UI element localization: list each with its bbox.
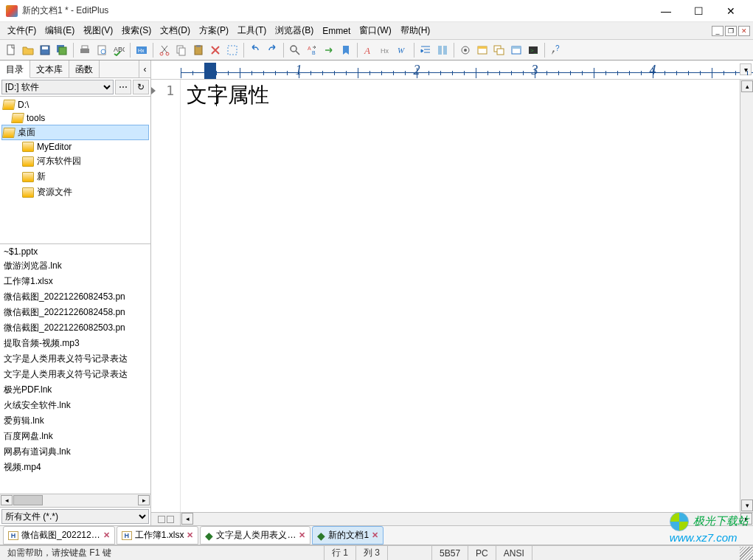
replace-button[interactable]: AB <box>304 42 320 58</box>
file-list[interactable]: ~$1.pptx傲游浏览器.lnk工作簿1.xlsx微信截图_202212260… <box>0 244 150 494</box>
file-item-14[interactable]: 视频.mp4 <box>1 460 150 475</box>
menu-project[interactable]: 方案(P) <box>195 23 233 38</box>
doctab-close-icon[interactable]: ✕ <box>103 530 110 540</box>
tree-item-1[interactable]: tools <box>1 111 149 125</box>
file-item-8[interactable]: 文字是人类用表义符号记录表达 <box>1 367 150 382</box>
drive-select[interactable]: [D:] 软件 <box>1 80 114 94</box>
resize-grip-icon[interactable] <box>740 547 753 560</box>
menu-search[interactable]: 搜索(S) <box>117 23 156 38</box>
scroll-up-icon[interactable]: ▴ <box>741 80 753 92</box>
sidebar-tab-textlib[interactable]: 文本库 <box>30 61 69 77</box>
window2-button[interactable] <box>491 42 507 58</box>
menu-window[interactable]: 窗口(W) <box>355 23 395 38</box>
redo-button[interactable] <box>264 42 280 58</box>
doctab-0[interactable]: 微信截图_202212…✕ <box>3 526 115 545</box>
minimize-button[interactable]: — <box>650 0 682 22</box>
print-preview-button[interactable] <box>94 42 110 58</box>
menu-document[interactable]: 文档(D) <box>156 23 195 38</box>
split-h-icon[interactable] <box>158 516 165 523</box>
paste-button[interactable] <box>190 42 207 58</box>
tree-item-4[interactable]: 河东软件园 <box>1 153 149 169</box>
scroll-down-icon[interactable]: ▾ <box>741 499 753 511</box>
menu-help[interactable]: 帮助(H) <box>396 23 435 38</box>
scroll-right-icon[interactable]: ▸ <box>138 495 150 505</box>
file-item-6[interactable]: 提取音频-视频.mp3 <box>1 336 150 351</box>
mdi-minimize-button[interactable]: _ <box>712 26 723 36</box>
mdi-close-button[interactable]: ✕ <box>738 26 750 36</box>
maximize-button[interactable]: ☐ <box>682 0 715 22</box>
editor-vscroll[interactable]: ▴ ▾ <box>740 80 753 512</box>
font-button[interactable]: A <box>361 42 377 58</box>
menu-file[interactable]: 文件(F) <box>3 23 41 38</box>
menu-edit[interactable]: 编辑(E) <box>41 23 79 38</box>
find-button[interactable] <box>287 42 303 58</box>
file-filter-select[interactable]: 所有文件 (*.*) <box>1 509 149 524</box>
file-item-3[interactable]: 微信截图_20221226082453.pn <box>1 289 150 305</box>
menu-tools[interactable]: 工具(T) <box>233 23 271 38</box>
sidebar-collapse-button[interactable]: ‹ <box>139 61 150 77</box>
doctab-close-icon[interactable]: ✕ <box>299 530 305 540</box>
scroll-thumb[interactable] <box>13 495 43 505</box>
doctab-close-icon[interactable]: ✕ <box>187 530 193 540</box>
menu-emmet[interactable]: Emmet <box>318 24 355 38</box>
menu-browser[interactable]: 浏览器(B) <box>271 23 318 38</box>
menu-view[interactable]: 视图(V) <box>79 23 117 38</box>
file-item-7[interactable]: 文字是人类用表义符号记录表达 <box>1 351 150 367</box>
sidebar-tab-functions[interactable]: 函数 <box>69 61 100 77</box>
file-item-4[interactable]: 微信截图_20221226082458.pn <box>1 305 150 320</box>
file-item-10[interactable]: 火绒安全软件.lnk <box>1 398 150 413</box>
file-item-5[interactable]: 微信截图_20221226082503.pn <box>1 320 150 336</box>
doctab-1[interactable]: 工作簿1.xlsx✕ <box>117 526 199 545</box>
cut-button[interactable] <box>156 42 173 58</box>
file-item-11[interactable]: 爱剪辑.lnk <box>1 413 150 429</box>
file-item-13[interactable]: 网易有道词典.lnk <box>1 444 150 460</box>
ruler-scroll-button[interactable]: ▾ <box>740 63 752 75</box>
delete-button[interactable] <box>207 42 223 58</box>
tree-item-6[interactable]: 资源文件 <box>1 184 149 200</box>
print-button[interactable] <box>77 42 93 58</box>
select-all-button[interactable] <box>224 42 240 58</box>
tree-item-2[interactable]: 桌面 <box>1 125 149 140</box>
new-file-button[interactable] <box>3 42 19 58</box>
doctab-3[interactable]: ◆新的文档1✕ <box>312 526 384 545</box>
window1-button[interactable] <box>474 42 490 58</box>
file-item-9[interactable]: 极光PDF.lnk <box>1 382 150 398</box>
save-all-button[interactable] <box>54 42 70 58</box>
scroll-left-icon[interactable]: ◂ <box>1 495 13 505</box>
goto-button[interactable] <box>321 42 337 58</box>
filelist-hscroll[interactable]: ◂ ▸ <box>0 494 150 507</box>
bookmark-button[interactable] <box>338 42 354 58</box>
file-item-12[interactable]: 百度网盘.lnk <box>1 429 150 444</box>
undo-button[interactable] <box>247 42 263 58</box>
close-button[interactable]: ✕ <box>715 0 747 22</box>
folder-tree[interactable]: D:\tools桌面MyEditor河东软件园新资源文件 <box>0 97 150 244</box>
split-v-icon[interactable] <box>167 516 174 523</box>
copy-button[interactable] <box>173 42 190 58</box>
mdi-restore-button[interactable]: ❐ <box>725 26 737 36</box>
hex-view-button[interactable]: Hx <box>378 42 394 58</box>
hex-button[interactable]: Hx <box>133 42 150 58</box>
wordwrap-button[interactable]: W <box>395 42 411 58</box>
tree-item-3[interactable]: MyEditor <box>1 140 149 153</box>
escroll-right-icon[interactable]: ▸ <box>740 513 752 525</box>
file-item-2[interactable]: 工作簿1.xlsx <box>1 274 150 289</box>
open-file-button[interactable] <box>20 42 36 58</box>
column-button[interactable] <box>434 42 451 58</box>
editor-hscroll[interactable]: ◂▸ <box>151 512 753 525</box>
help-button[interactable]: ? <box>548 42 564 58</box>
file-item-0[interactable]: ~$1.pptx <box>1 245 150 258</box>
text-input[interactable]: 文字属性 <box>181 80 740 512</box>
escroll-left-icon[interactable]: ◂ <box>181 513 193 525</box>
tree-item-5[interactable]: 新 <box>1 169 149 184</box>
drive-refresh-button[interactable]: ↻ <box>133 80 149 94</box>
browser-button[interactable] <box>508 42 524 58</box>
doctab-2[interactable]: ◆文字是人类用表义…✕ <box>200 526 310 545</box>
indent-button[interactable] <box>417 42 434 58</box>
tree-item-0[interactable]: D:\ <box>1 98 149 111</box>
file-item-1[interactable]: 傲游浏览器.lnk <box>1 258 150 274</box>
save-button[interactable] <box>37 42 53 58</box>
sidebar-tab-directory[interactable]: 目录 <box>0 61 30 78</box>
doctab-close-icon[interactable]: ✕ <box>372 530 378 540</box>
settings-button[interactable] <box>457 42 473 58</box>
drive-up-button[interactable]: ⋯ <box>115 80 131 94</box>
